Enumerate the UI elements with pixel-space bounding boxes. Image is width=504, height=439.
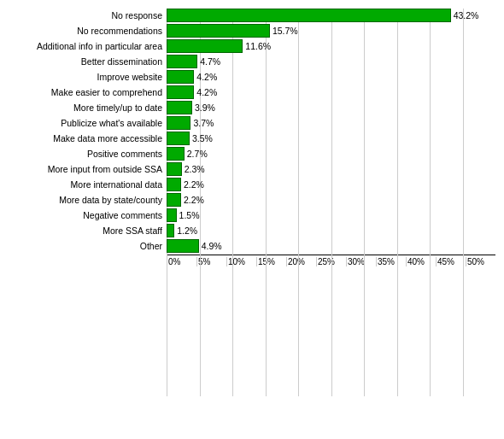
bar xyxy=(167,162,182,176)
bar-label: No recommendations xyxy=(9,26,167,37)
bar-row: Positive comments2.7% xyxy=(9,147,495,161)
bar-area: 4.2% xyxy=(167,70,495,84)
bar-area: 4.7% xyxy=(167,55,495,68)
bar-value: 2.2% xyxy=(184,195,204,205)
bar-area: 3.7% xyxy=(167,116,495,130)
bar-area: 4.9% xyxy=(167,239,495,253)
x-tick: 45% xyxy=(436,257,466,266)
bar-row: Negative comments1.5% xyxy=(9,208,495,222)
bar-area: 43.2% xyxy=(167,9,495,22)
bar-area: 2.2% xyxy=(167,178,495,191)
x-tick: 20% xyxy=(286,257,316,266)
bar xyxy=(167,178,181,191)
bar-value: 3.5% xyxy=(192,133,213,143)
bar-value: 1.5% xyxy=(179,210,200,220)
bar-row: Better dissemination4.7% xyxy=(9,55,495,68)
bar-value: 2.7% xyxy=(187,149,208,159)
bar-row: Other4.9% xyxy=(9,239,495,253)
x-tick: 10% xyxy=(226,257,256,266)
x-tick: 15% xyxy=(256,257,286,266)
bar-row: Additional info in particular area11.6% xyxy=(9,39,495,53)
bar-area: 2.2% xyxy=(167,193,495,207)
bar xyxy=(167,132,190,145)
bar-label: Other xyxy=(9,241,167,252)
bar-label: More international data xyxy=(9,179,167,190)
bar-area: 2.3% xyxy=(167,162,495,176)
chart-inner: No response43.2%No recommendations15.7%A… xyxy=(9,9,495,413)
x-tick: 0% xyxy=(167,257,196,266)
bar-row: More SSA staff1.2% xyxy=(9,224,495,237)
bar-area: 4.2% xyxy=(167,85,495,99)
bar-area: 11.6% xyxy=(167,39,495,53)
bar-label: Make data more accessible xyxy=(9,133,167,144)
bar-value: 4.9% xyxy=(202,241,222,251)
bar xyxy=(167,85,194,99)
bar xyxy=(167,9,451,22)
bar-row: More data by state/county2.2% xyxy=(9,193,495,207)
bar xyxy=(167,193,181,207)
bar xyxy=(167,224,174,237)
bars-container: No response43.2%No recommendations15.7%A… xyxy=(9,9,495,255)
bar xyxy=(167,239,199,253)
bar-row: No response43.2% xyxy=(9,9,495,22)
bar-row: No recommendations15.7% xyxy=(9,24,495,38)
bar-row: Publicize what's available3.7% xyxy=(9,116,495,130)
bar-area: 3.9% xyxy=(167,101,495,114)
bar-value: 1.2% xyxy=(177,225,197,236)
x-tick: 40% xyxy=(406,257,436,266)
bar xyxy=(167,101,192,114)
bar-row: More international data2.2% xyxy=(9,178,495,191)
x-tick: 25% xyxy=(316,257,346,266)
bar-row: Make easier to comprehend4.2% xyxy=(9,85,495,99)
bar xyxy=(167,116,190,130)
bar-label: Additional info in particular area xyxy=(9,41,167,52)
x-tick: 5% xyxy=(196,257,226,266)
x-tick: 50% xyxy=(466,257,495,266)
bar-row: More timely/up to date3.9% xyxy=(9,101,495,114)
bar-value: 15.7% xyxy=(273,26,298,36)
bar xyxy=(167,39,243,53)
bar-label: Make easier to comprehend xyxy=(9,87,167,98)
bar-value: 11.6% xyxy=(245,41,271,51)
bar-area: 1.5% xyxy=(167,208,495,222)
bar-label: Better dissemination xyxy=(9,56,167,67)
bar-area: 1.2% xyxy=(167,224,495,237)
bar-label: Publicize what's available xyxy=(9,118,167,129)
bar-area: 3.5% xyxy=(167,132,495,145)
bar-area: 2.7% xyxy=(167,147,495,161)
bar xyxy=(167,55,197,68)
bar xyxy=(167,24,270,38)
x-tick: 35% xyxy=(376,257,406,266)
bar-value: 4.2% xyxy=(196,72,217,82)
bar-value: 3.9% xyxy=(195,102,215,113)
bar-row: Improve website4.2% xyxy=(9,70,495,84)
bar-label: More input from outside SSA xyxy=(9,164,167,175)
bar-row: Make data more accessible3.5% xyxy=(9,132,495,145)
bar-label: More data by state/county xyxy=(9,195,167,206)
bar xyxy=(167,147,185,161)
bar-value: 2.2% xyxy=(184,179,204,190)
bar-value: 2.3% xyxy=(185,164,205,174)
bar-area: 15.7% xyxy=(167,24,495,38)
bar-value: 4.7% xyxy=(200,56,220,67)
bar-value: 43.2% xyxy=(454,10,479,20)
chart-container: No response43.2%No recommendations15.7%A… xyxy=(0,0,504,439)
x-axis: 0%5%10%15%20%25%30%35%40%45%50% xyxy=(167,255,495,266)
bar-value: 4.2% xyxy=(196,87,217,97)
bar-label: Negative comments xyxy=(9,210,167,221)
bar-label: More timely/up to date xyxy=(9,102,167,114)
x-tick: 30% xyxy=(346,257,376,266)
bar xyxy=(167,208,177,222)
bar-label: Positive comments xyxy=(9,149,167,160)
bar-label: More SSA staff xyxy=(9,225,167,237)
bar xyxy=(167,70,194,84)
bar-row: More input from outside SSA2.3% xyxy=(9,162,495,176)
bar-label: Improve website xyxy=(9,72,167,83)
bar-value: 3.7% xyxy=(193,118,214,128)
bar-label: No response xyxy=(9,10,167,21)
